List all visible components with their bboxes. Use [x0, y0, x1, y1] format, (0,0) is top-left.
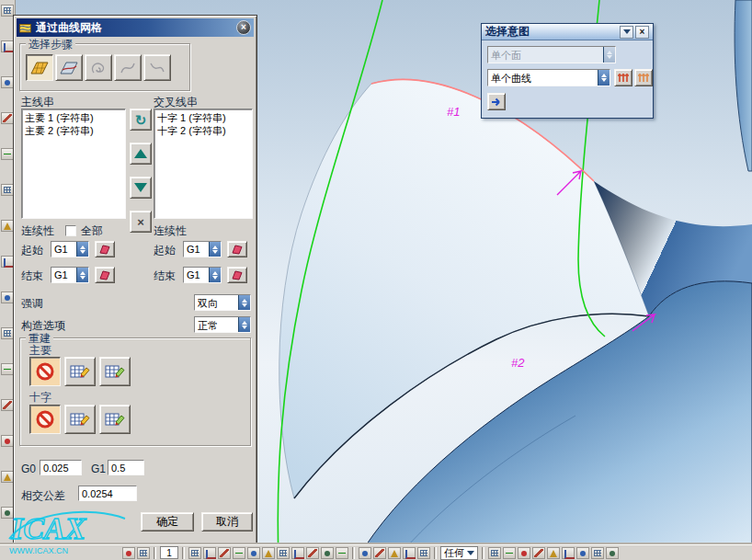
spinner-buttons[interactable]	[209, 268, 221, 282]
status-bar-button[interactable]	[291, 547, 304, 559]
status-bar-button[interactable]	[336, 547, 348, 559]
rebuild-cross-manual-button[interactable]	[64, 405, 96, 434]
move-down-button[interactable]	[130, 177, 152, 199]
primary-strings-list[interactable]: 主要 1 (字符串) 主要 2 (字符串)	[21, 109, 126, 219]
status-bar-button[interactable]	[203, 547, 216, 559]
rebuild-primary-manual-button[interactable]	[64, 357, 96, 386]
primary-start-continuity-select[interactable]: G1	[51, 241, 89, 257]
confirm-selection-button[interactable]	[487, 93, 506, 110]
cancel-button[interactable]: 取消	[201, 512, 253, 531]
status-bar-button[interactable]	[532, 547, 545, 559]
dialog-titlebar[interactable]: 通过曲线网格 ×	[17, 18, 254, 37]
follow-fillet-button[interactable]	[634, 69, 653, 86]
status-bar-button[interactable]	[488, 547, 501, 559]
primary-list-item[interactable]: 主要 2 (字符串)	[22, 124, 125, 137]
dialog-close-button[interactable]: ×	[236, 20, 251, 35]
cross-list-item[interactable]: 十字 1 (字符串)	[154, 111, 252, 124]
curve-rule-select[interactable]: 单个曲线	[487, 69, 610, 86]
continuity-all-checkbox[interactable]	[65, 225, 76, 236]
selection-intent-titlebar[interactable]: 选择意图 ×	[482, 24, 653, 40]
spinner-buttons[interactable]	[238, 295, 250, 310]
step-cross-curves-button[interactable]	[55, 54, 83, 81]
status-bar-button[interactable]	[188, 547, 201, 559]
step-primary-curves-button[interactable]	[26, 54, 53, 81]
left-toolbar-button[interactable]	[1, 327, 14, 339]
spinner-buttons[interactable]	[76, 242, 88, 257]
emphasis-select[interactable]: 双向	[194, 294, 251, 311]
step-spine-curve-button[interactable]	[85, 54, 112, 81]
rebuild-cross-none-button[interactable]	[29, 405, 61, 434]
status-bar-button[interactable]	[518, 547, 530, 559]
snap-option-button[interactable]	[373, 547, 386, 559]
left-toolbar-button[interactable]	[1, 148, 14, 160]
status-bar-button[interactable]	[562, 547, 575, 559]
status-bar-button[interactable]	[233, 547, 245, 559]
ok-button[interactable]: 确定	[141, 512, 194, 531]
spinner-buttons[interactable]	[238, 317, 250, 332]
snap-option-button[interactable]	[359, 547, 371, 559]
cross-start-face-button[interactable]	[227, 241, 247, 257]
snap-option-button[interactable]	[388, 547, 401, 559]
status-bar-button[interactable]	[218, 547, 231, 559]
primary-list-item[interactable]: 主要 1 (字符串)	[22, 111, 125, 124]
g0-tolerance-input[interactable]	[40, 460, 82, 475]
combo-value: 单个曲线	[488, 70, 598, 86]
left-toolbar-button[interactable]	[1, 256, 14, 268]
g1-tolerance-input[interactable]	[108, 460, 144, 475]
left-toolbar-button[interactable]	[1, 507, 14, 519]
step-last-section-button[interactable]	[143, 54, 171, 81]
left-toolbar-button[interactable]	[1, 435, 14, 447]
left-toolbar-button[interactable]	[1, 76, 14, 88]
status-bar-button[interactable]	[262, 547, 275, 559]
panel-menu-button[interactable]	[620, 26, 633, 39]
status-bar-button[interactable]	[547, 547, 560, 559]
resequence-button[interactable]: ↻	[130, 109, 152, 131]
snap-option-button[interactable]	[403, 547, 416, 559]
status-bar-button[interactable]	[137, 547, 150, 559]
left-toolbar-button[interactable]	[1, 399, 14, 411]
left-toolbar-button[interactable]	[1, 184, 14, 196]
g0-label: G0	[21, 463, 36, 475]
spinner-buttons[interactable]	[209, 242, 221, 257]
move-up-button[interactable]	[130, 143, 152, 165]
rebuild-cross-advanced-button[interactable]	[99, 405, 131, 434]
primary-end-continuity-select[interactable]: G1	[51, 267, 89, 283]
status-bar-button[interactable]	[321, 547, 334, 559]
snap-option-button[interactable]	[417, 547, 430, 559]
cross-end-continuity-select[interactable]: G1	[183, 267, 222, 283]
panel-close-button[interactable]: ×	[635, 26, 649, 39]
snap-point-select[interactable]: 任何	[440, 546, 478, 560]
primary-end-face-button[interactable]	[95, 267, 115, 283]
left-toolbar-button[interactable]	[1, 5, 14, 17]
cross-strings-list[interactable]: 十字 1 (字符串) 十字 2 (字符串)	[154, 109, 253, 219]
status-bar-button[interactable]	[277, 547, 290, 559]
construction-option-select[interactable]: 正常	[194, 316, 251, 333]
status-bar-button[interactable]	[576, 547, 589, 559]
left-toolbar-button[interactable]	[1, 363, 14, 375]
cross-end-label: 结束	[154, 269, 176, 284]
spinner-buttons[interactable]	[598, 70, 610, 86]
status-bar-button[interactable]	[247, 547, 260, 559]
intersection-tolerance-input[interactable]	[78, 486, 137, 501]
left-toolbar-button[interactable]	[1, 112, 14, 124]
status-bar-button[interactable]	[306, 547, 319, 559]
left-toolbar-button[interactable]	[1, 40, 14, 52]
layer-indicator[interactable]: 1	[160, 546, 178, 559]
status-bar-button[interactable]	[503, 547, 516, 559]
cross-end-face-button[interactable]	[227, 267, 247, 283]
remove-string-button[interactable]: ×	[130, 211, 152, 233]
primary-start-face-button[interactable]	[95, 241, 115, 257]
stop-at-intersection-button[interactable]	[614, 69, 632, 86]
cross-list-item[interactable]: 十字 2 (字符串)	[154, 124, 252, 137]
rebuild-primary-advanced-button[interactable]	[99, 357, 131, 386]
status-bar-button[interactable]	[122, 547, 135, 559]
left-toolbar-button[interactable]	[1, 220, 14, 232]
status-bar-button[interactable]	[606, 547, 619, 559]
spinner-buttons[interactable]	[76, 268, 88, 282]
cross-start-continuity-select[interactable]: G1	[183, 241, 222, 257]
step-first-section-button[interactable]	[114, 54, 142, 81]
left-toolbar-button[interactable]	[1, 471, 14, 483]
left-toolbar-button[interactable]	[1, 291, 14, 303]
rebuild-primary-none-button[interactable]	[29, 357, 61, 386]
status-bar-button[interactable]	[591, 547, 604, 559]
